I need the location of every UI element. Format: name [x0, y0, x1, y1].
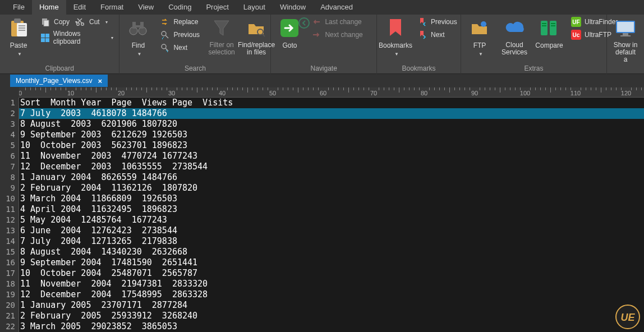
- menu-item-view[interactable]: View: [131, 0, 161, 15]
- code-line[interactable]: 4 April 2004 11632495 1896823: [19, 204, 644, 215]
- line-number: 11: [0, 204, 19, 215]
- next-change-button[interactable]: Next change: [309, 29, 365, 41]
- replace-button[interactable]: Replace: [158, 16, 202, 28]
- svg-rect-11: [45, 38, 49, 42]
- paste-button[interactable]: Paste ▼: [3, 16, 34, 58]
- code-line[interactable]: 3 March 2004 11866809 1926503: [19, 193, 644, 204]
- menu-item-edit[interactable]: Edit: [66, 0, 93, 15]
- code-line[interactable]: 11 November 2004 21947381 2833320: [19, 279, 644, 289]
- line-number: 2: [0, 108, 19, 119]
- arrow-left-icon: [311, 17, 321, 27]
- code-line[interactable]: 2 February 2004 11362126 1807820: [19, 183, 644, 193]
- back-circle-icon[interactable]: [298, 17, 310, 29]
- line-number: 8: [0, 172, 19, 183]
- filter-button[interactable]: Filter on selection: [206, 16, 237, 57]
- next-button[interactable]: Next: [158, 42, 202, 54]
- group-label-clipboard: Clipboard: [3, 64, 116, 74]
- windows-clipboard-button[interactable]: Windows clipboard▾: [38, 29, 116, 47]
- copy-label: Copy: [54, 18, 70, 26]
- line-number: 15: [0, 247, 19, 257]
- code-line[interactable]: 7 July 2003 4618078 1484766: [19, 108, 644, 119]
- svg-point-12: [77, 23, 80, 26]
- compare-icon: [540, 17, 559, 39]
- compare-button[interactable]: Compare: [534, 16, 564, 50]
- cloud-button[interactable]: Cloud Services: [499, 16, 530, 57]
- code-line[interactable]: 5 May 2004 12485764 1677243: [19, 215, 644, 225]
- svg-rect-18: [135, 25, 141, 27]
- code-line[interactable]: 12 December 2003 10635555 2738544: [19, 162, 644, 172]
- menu-item-home[interactable]: Home: [32, 0, 66, 15]
- code-line[interactable]: 1 January 2005 23707171 2877284: [19, 300, 644, 311]
- find-button[interactable]: Find ▼: [123, 16, 153, 58]
- code-line[interactable]: Sort Month Year Page Views Page Visits: [19, 98, 644, 108]
- next-icon: [160, 43, 170, 53]
- line-number: 14: [0, 236, 19, 247]
- line-number: 18: [0, 279, 19, 289]
- code-line[interactable]: 12 December 2004 17548995 2863328: [19, 289, 644, 300]
- line-number: 9: [0, 183, 19, 193]
- code-line[interactable]: 10 October 2004 25487071 2565787: [19, 268, 644, 279]
- bookmarks-button[interactable]: Bookmarks ▼: [380, 16, 411, 58]
- find-in-files-button[interactable]: Find/replace in files: [241, 16, 272, 57]
- menu-item-advanced[interactable]: Advanced: [313, 0, 360, 15]
- code-line[interactable]: 9 September 2003 6212629 1926503: [19, 130, 644, 140]
- last-change-button[interactable]: Last change: [309, 16, 365, 28]
- group-label-navigate: Navigate: [274, 64, 373, 74]
- tab-close-button[interactable]: ×: [98, 77, 103, 85]
- code-line[interactable]: 1 January 2004 8626559 1484766: [19, 172, 644, 183]
- find-label: Find: [132, 42, 145, 49]
- code-line[interactable]: 9 September 2004 17481590 2651441: [19, 257, 644, 268]
- menu-item-coding[interactable]: Coding: [161, 0, 199, 15]
- cut-button[interactable]: Cut▾: [73, 16, 110, 28]
- code-area[interactable]: Sort Month Year Page Views Page Visits7 …: [19, 98, 644, 332]
- winclip-label: Windows clipboard: [53, 30, 106, 45]
- bookmark-next-button[interactable]: Next: [415, 29, 459, 41]
- previous-button[interactable]: Previous: [158, 29, 202, 41]
- svg-rect-4: [19, 27, 25, 29]
- code-line[interactable]: 6 June 2004 12762423 2738544: [19, 225, 644, 236]
- line-number: 22: [0, 321, 19, 332]
- code-line[interactable]: 8 August 2004 14340230 2632668: [19, 247, 644, 257]
- svg-text:UF: UF: [572, 19, 579, 25]
- code-line[interactable]: 11 November 2003 4770724 1677243: [19, 151, 644, 162]
- svg-line-24: [263, 34, 265, 36]
- svg-rect-9: [45, 34, 49, 38]
- app-logo: UE: [615, 304, 641, 330]
- tab-strip: Monthly_Page_Views.csv ×: [0, 74, 644, 87]
- code-line[interactable]: 8 August 2003 6201906 1807820: [19, 119, 644, 130]
- ftp-button[interactable]: FTP ▼: [464, 16, 495, 58]
- file-tab[interactable]: Monthly_Page_Views.csv ×: [10, 75, 108, 87]
- svg-rect-31: [542, 25, 546, 26]
- line-number: 19: [0, 289, 19, 300]
- editor[interactable]: 12345678910111213141516171819202122 Sort…: [0, 98, 644, 332]
- menu-item-file[interactable]: File: [6, 0, 32, 15]
- menu-item-layout[interactable]: Layout: [236, 0, 273, 15]
- menu-item-project[interactable]: Project: [199, 0, 236, 15]
- paste-dropdown-arrow[interactable]: ▼: [17, 52, 22, 57]
- svg-rect-30: [542, 23, 546, 24]
- show-in-default-button[interactable]: Show in default a: [610, 16, 641, 65]
- menu-item-format[interactable]: Format: [93, 0, 131, 15]
- bookmarks-dropdown-arrow[interactable]: ▼: [394, 52, 399, 57]
- line-number: 16: [0, 257, 19, 268]
- find-dropdown-arrow[interactable]: ▼: [137, 52, 141, 57]
- ftp-dropdown-arrow[interactable]: ▼: [479, 52, 483, 57]
- svg-text:UE: UE: [620, 312, 635, 323]
- cloud-label: Cloud Services: [502, 42, 527, 56]
- group-label-extras: Extras: [464, 64, 603, 74]
- svg-rect-8: [41, 34, 45, 38]
- svg-rect-32: [551, 23, 555, 24]
- bookmark-next-icon: [417, 30, 427, 40]
- group-label-search: Search: [123, 64, 267, 74]
- line-number: 13: [0, 225, 19, 236]
- code-line[interactable]: 10 October 2003 5623701 1896823: [19, 140, 644, 151]
- svg-rect-33: [551, 25, 555, 26]
- bookmark-prev-button[interactable]: Previous: [415, 16, 459, 28]
- line-number: 17: [0, 268, 19, 279]
- code-line[interactable]: 3 March 2005 29023852 3865053: [19, 321, 644, 332]
- code-line[interactable]: 2 February 2005 25933912 3268240: [19, 311, 644, 321]
- goto-label: Goto: [282, 42, 297, 49]
- code-line[interactable]: 7 July 2004 12713265 2179838: [19, 236, 644, 247]
- menu-item-window[interactable]: Window: [273, 0, 313, 15]
- svg-rect-28: [541, 21, 548, 35]
